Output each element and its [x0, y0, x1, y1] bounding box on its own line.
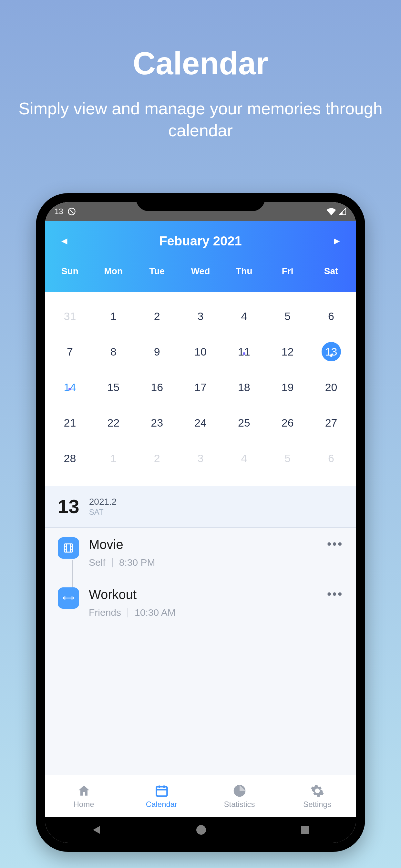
gear-icon	[310, 784, 325, 798]
selected-day-header: 13 2021.2 SAT	[45, 486, 356, 528]
event-who: Self	[89, 557, 105, 568]
calendar-day[interactable]: 2	[135, 310, 179, 322]
calendar-day[interactable]: 27	[309, 416, 353, 429]
events-list: Movie Self 8:30 PM ••• Workout Friends 1…	[45, 528, 356, 647]
month-title: Febuary 2021	[159, 234, 242, 248]
weekday-label: Thu	[222, 266, 266, 276]
weekday-row: SunMonTueWedThuFriSat	[45, 266, 356, 276]
calendar-day[interactable]: 1	[92, 452, 135, 465]
nav-label: Home	[73, 800, 94, 809]
weekday-label: Sun	[48, 266, 92, 276]
calendar-grid: 3112345678910111213141516171819202122232…	[45, 292, 356, 486]
calendar-day[interactable]: 3	[179, 310, 222, 322]
calendar-day[interactable]: 4	[222, 452, 266, 465]
event-item[interactable]: Workout Friends 10:30 AM •••	[58, 587, 343, 618]
event-who: Friends	[89, 607, 121, 618]
weekday-label: Mon	[92, 266, 135, 276]
selected-day-date: 2021.2	[89, 497, 117, 507]
svg-rect-19	[301, 826, 309, 834]
calendar-day[interactable]: 11	[222, 345, 266, 358]
calendar-day[interactable]: 21	[48, 416, 92, 429]
selected-day-dow: SAT	[89, 507, 117, 517]
nav-stats[interactable]: Statistics	[201, 784, 278, 809]
calendar-day[interactable]: 1	[92, 310, 135, 322]
bottom-nav: Home Calendar Statistics Settings	[45, 775, 356, 817]
calendar-header: ◀ Febuary 2021 ▶ SunMonTueWedThuFriSat	[45, 221, 356, 292]
more-button[interactable]: •••	[327, 537, 343, 551]
phone-screen: 13 ◀ Febuary 2021 ▶ SunMonTueWedThuFr	[45, 202, 356, 843]
calendar-icon	[155, 784, 169, 798]
nav-label: Statistics	[224, 800, 255, 809]
no-sync-icon	[67, 207, 76, 216]
calendar-day[interactable]: 7	[48, 345, 92, 358]
android-recent-button[interactable]	[300, 825, 310, 835]
calendar-day[interactable]: 26	[266, 416, 309, 429]
nav-calendar[interactable]: Calendar	[123, 784, 201, 809]
calendar-day[interactable]: 18	[222, 381, 266, 394]
promo-subtitle: Simply view and manage your memories thr…	[0, 98, 401, 142]
nav-home[interactable]: Home	[45, 784, 123, 809]
weekday-label: Wed	[179, 266, 222, 276]
nav-label: Calendar	[146, 800, 177, 809]
calendar-day[interactable]: 28	[48, 452, 92, 465]
calendar-day[interactable]: 8	[92, 345, 135, 358]
calendar-day[interactable]: 6	[309, 452, 353, 465]
event-title: Movie	[89, 537, 317, 552]
event-time: 8:30 PM	[119, 557, 155, 568]
nav-label: Settings	[303, 800, 331, 809]
selected-day-number: 13	[58, 495, 80, 518]
svg-point-18	[196, 825, 206, 835]
calendar-day[interactable]: 5	[266, 310, 309, 322]
calendar-day[interactable]: 2	[135, 452, 179, 465]
calendar-day[interactable]: 15	[92, 381, 135, 394]
calendar-day[interactable]: 4	[222, 310, 266, 322]
meta-divider	[112, 558, 113, 567]
calendar-day[interactable]: 31	[48, 310, 92, 322]
prev-month-button[interactable]: ◀	[58, 237, 71, 245]
status-time: 13	[55, 207, 63, 216]
nav-gear[interactable]: Settings	[278, 784, 356, 809]
more-button[interactable]: •••	[327, 587, 343, 601]
promo-title: Calendar	[133, 45, 268, 82]
meta-divider	[127, 608, 128, 617]
calendar-day[interactable]: 25	[222, 416, 266, 429]
calendar-day[interactable]: 12	[266, 345, 309, 358]
calendar-day[interactable]: 13	[309, 342, 353, 361]
weekday-label: Tue	[135, 266, 179, 276]
event-item[interactable]: Movie Self 8:30 PM •••	[58, 537, 343, 568]
home-icon	[77, 784, 91, 798]
event-time: 10:30 AM	[135, 607, 176, 618]
calendar-day[interactable]: 22	[92, 416, 135, 429]
wifi-icon	[327, 208, 336, 215]
phone-notch	[136, 193, 265, 211]
weekday-label: Sat	[309, 266, 353, 276]
android-home-button[interactable]	[195, 824, 207, 836]
dumbbell-icon	[58, 587, 79, 609]
android-nav-bar	[45, 817, 356, 843]
calendar-day[interactable]: 17	[179, 381, 222, 394]
calendar-day[interactable]: 24	[179, 416, 222, 429]
calendar-day[interactable]: 10	[179, 345, 222, 358]
calendar-day[interactable]: 6	[309, 310, 353, 322]
calendar-day[interactable]: 20	[309, 381, 353, 394]
calendar-day[interactable]: 9	[135, 345, 179, 358]
phone-frame: 13 ◀ Febuary 2021 ▶ SunMonTueWedThuFr	[36, 193, 365, 852]
weekday-label: Fri	[266, 266, 309, 276]
calendar-day[interactable]: 23	[135, 416, 179, 429]
next-month-button[interactable]: ▶	[330, 237, 343, 245]
calendar-day[interactable]: 5	[266, 452, 309, 465]
svg-rect-1	[64, 544, 73, 552]
calendar-day[interactable]: 16	[135, 381, 179, 394]
film-icon	[58, 537, 79, 559]
signal-icon	[339, 208, 346, 215]
calendar-day[interactable]: 3	[179, 452, 222, 465]
calendar-day[interactable]: 14	[48, 381, 92, 394]
stats-icon	[233, 784, 247, 798]
calendar-day[interactable]: 19	[266, 381, 309, 394]
android-back-button[interactable]	[91, 824, 103, 836]
event-title: Workout	[89, 587, 317, 602]
svg-rect-13	[156, 786, 167, 796]
